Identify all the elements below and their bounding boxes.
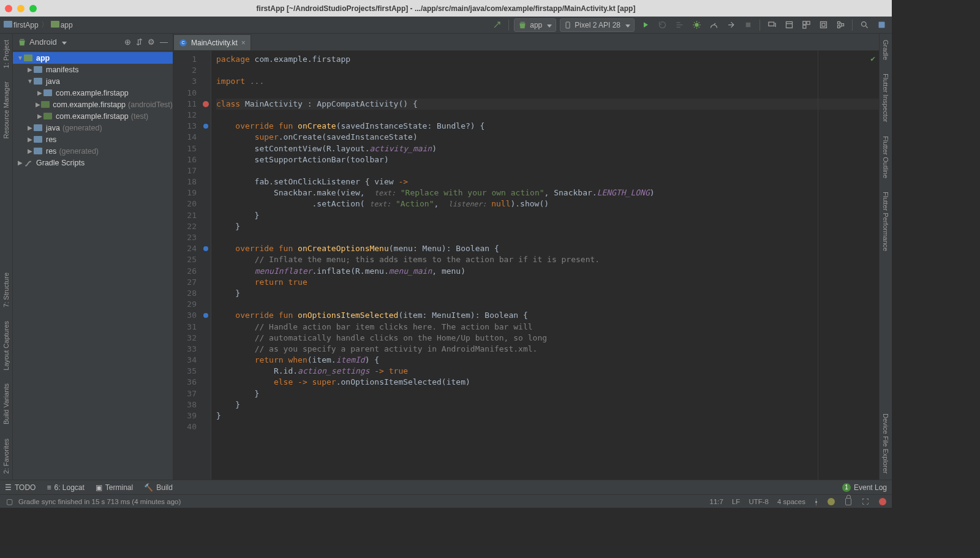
- tree-node-res[interactable]: ▶ res: [13, 134, 173, 145]
- sidebar-item-flutter-inspector[interactable]: Flutter Inspector: [882, 71, 889, 124]
- avd-manager-icon[interactable]: [765, 18, 778, 32]
- breadcrumb[interactable]: firstApp 〉 app: [4, 20, 73, 30]
- profiler-icon[interactable]: [707, 18, 720, 32]
- code-area[interactable]: package com.example.firstappimport ...cl…: [211, 51, 879, 480]
- bottom-item-label: Terminal: [105, 483, 133, 492]
- tree-label: res: [46, 135, 56, 144]
- editor-tabs: C MainActivity.kt ×: [173, 34, 879, 51]
- bottom-item-todo[interactable]: ☰TODO: [5, 483, 36, 492]
- hector-icon[interactable]: [827, 497, 835, 506]
- tree-node-package-androidtest[interactable]: ▶ com.example.firstapp (androidTest): [13, 99, 173, 110]
- maximize-window-icon[interactable]: [29, 5, 37, 12]
- tree-node-manifests[interactable]: ▶ manifests: [13, 64, 173, 75]
- sidebar-item-structure[interactable]: 7: Structure: [2, 270, 10, 310]
- line-number-gutter[interactable]: 1231011121314151617181920212223242526272…: [173, 51, 200, 480]
- tree-node-java-generated[interactable]: ▶ java (generated): [13, 122, 173, 134]
- bottom-item-label: Build: [156, 483, 173, 492]
- breadcrumb-root[interactable]: firstApp: [13, 21, 39, 29]
- caret-position[interactable]: 11:7: [710, 498, 723, 505]
- bottom-item-event-log[interactable]: 1 Event Log: [842, 483, 887, 492]
- tree-node-java[interactable]: ▼ java: [13, 75, 173, 87]
- macos-titlebar: firstApp [~/AndroidStudioProjects/firstA…: [0, 0, 892, 17]
- collapse-all-icon[interactable]: ⇵: [136, 37, 143, 47]
- run-button[interactable]: [638, 18, 652, 32]
- sidebar-item-resource-manager[interactable]: Resource Manager: [2, 79, 10, 141]
- editor[interactable]: 1231011121314151617181920212223242526272…: [173, 51, 879, 480]
- sidebar-item-layout-captures[interactable]: Layout Captures: [2, 319, 10, 373]
- project-tool-window: Android ⊕ ⇵ ⚙ — ▼ app ▶ manifests ▼: [13, 34, 173, 480]
- lock-icon[interactable]: [844, 497, 853, 506]
- resource-manager-icon[interactable]: [799, 18, 813, 32]
- sidebar-item-project[interactable]: 1: Project: [2, 37, 10, 70]
- svg-point-1: [695, 23, 698, 26]
- editor-area: C MainActivity.kt × 12310111213141516171…: [173, 34, 879, 480]
- bottom-item-build[interactable]: 🔨Build: [144, 483, 173, 492]
- stop-button[interactable]: [741, 18, 755, 32]
- apply-code-changes-icon[interactable]: [673, 18, 686, 32]
- search-everywhere-icon[interactable]: [858, 18, 871, 32]
- sidebar-item-device-file-explorer[interactable]: Device File Explorer: [882, 411, 889, 476]
- sidebar-item-favorites[interactable]: 2: Favorites: [2, 436, 10, 476]
- tree-node-gradle-scripts[interactable]: ▶ Gradle Scripts: [13, 157, 173, 168]
- tree-label-suffix: (generated): [62, 124, 102, 132]
- tab-label: MainActivity.kt: [191, 39, 238, 47]
- tree-label-suffix: (androidTest): [128, 100, 173, 109]
- tree-node-app[interactable]: ▼ app: [13, 52, 173, 64]
- close-window-icon[interactable]: [5, 5, 12, 12]
- inspection-ok-icon[interactable]: ✔: [870, 53, 875, 64]
- toolbar-actions: app Pixel 2 API 28: [490, 18, 888, 32]
- tab-mainactivity[interactable]: C MainActivity.kt ×: [173, 34, 251, 50]
- event-badge-icon: 1: [842, 483, 851, 492]
- device-combo[interactable]: Pixel 2 API 28: [560, 18, 635, 32]
- gear-icon[interactable]: ⚙: [148, 37, 155, 47]
- file-encoding[interactable]: UTF-8: [748, 498, 769, 505]
- layout-inspector-icon[interactable]: [816, 18, 830, 32]
- breadcrumb-module[interactable]: app: [61, 21, 73, 29]
- indent-settings[interactable]: 4 spaces: [777, 498, 805, 505]
- error-indicator-icon[interactable]: [878, 497, 887, 506]
- bottom-item-label: TODO: [15, 483, 36, 492]
- memory-indicator-icon[interactable]: ⛶: [861, 497, 870, 506]
- sync-gradle-icon[interactable]: [490, 18, 503, 32]
- tree-node-package-main[interactable]: ▶ com.example.firstapp: [13, 87, 173, 99]
- tree-label: res: [46, 147, 56, 156]
- device-label: Pixel 2 API 28: [575, 21, 620, 29]
- sidebar-item-flutter-performance[interactable]: Flutter Performance: [882, 189, 889, 254]
- hide-panel-icon[interactable]: —: [160, 37, 168, 47]
- separator: [508, 20, 509, 31]
- svg-rect-5: [802, 21, 805, 25]
- bottom-item-logcat[interactable]: ≡6: Logcat: [47, 483, 84, 492]
- debug-button[interactable]: [690, 18, 703, 32]
- project-structure-icon[interactable]: [834, 18, 847, 32]
- right-margin-guide: [818, 51, 818, 480]
- tree-node-res-generated[interactable]: ▶ res (generated): [13, 145, 173, 157]
- svg-rect-12: [841, 24, 843, 26]
- sidebar-item-gradle[interactable]: Gradle: [882, 37, 889, 62]
- editor-icon-gutter[interactable]: [200, 51, 211, 480]
- tool-windows-toggle-icon[interactable]: ▢: [5, 497, 13, 506]
- run-config-combo[interactable]: app: [514, 18, 556, 32]
- tree-label: java: [46, 124, 60, 132]
- minimize-window-icon[interactable]: [17, 5, 24, 12]
- apply-changes-restart-icon[interactable]: [655, 18, 669, 32]
- svg-rect-10: [837, 22, 840, 25]
- svg-rect-9: [822, 23, 825, 26]
- project-view-mode[interactable]: Android: [18, 37, 67, 47]
- locate-icon[interactable]: ⊕: [124, 37, 131, 47]
- svg-rect-3: [768, 22, 774, 26]
- sidebar-item-build-variants[interactable]: Build Variants: [2, 381, 10, 427]
- project-tree[interactable]: ▼ app ▶ manifests ▼ java ▶ com.example.f…: [13, 51, 173, 170]
- bottom-item-label: Event Log: [854, 483, 887, 492]
- sdk-manager-icon[interactable]: [782, 18, 796, 32]
- tree-node-package-test[interactable]: ▶ com.example.firstapp (test): [13, 110, 173, 122]
- bottom-item-terminal[interactable]: ▣Terminal: [96, 483, 133, 492]
- account-icon[interactable]: [875, 18, 888, 32]
- line-separator[interactable]: LF: [732, 498, 740, 505]
- svg-rect-11: [837, 26, 840, 28]
- attach-debugger-icon[interactable]: [724, 18, 737, 32]
- svg-rect-0: [566, 22, 570, 28]
- sidebar-item-flutter-outline[interactable]: Flutter Outline: [882, 134, 889, 181]
- window-controls: [5, 5, 37, 12]
- git-branch-icon[interactable]: ⍿: [814, 498, 818, 505]
- close-tab-icon[interactable]: ×: [241, 39, 246, 47]
